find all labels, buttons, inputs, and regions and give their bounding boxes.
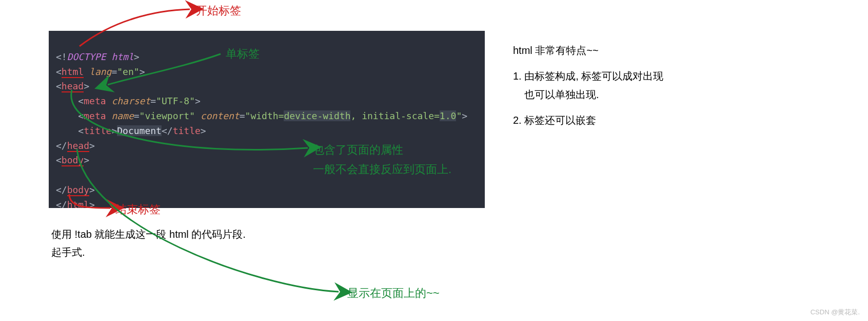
charset-val: UTF-8 — [162, 96, 189, 106]
html-open-tag: html — [62, 66, 84, 78]
html-close-tag: html — [67, 199, 89, 208]
charset-attr: charset — [111, 96, 150, 106]
body-close-tag: body — [67, 184, 89, 196]
content-val-d: 1.0 — [440, 110, 457, 121]
code-block: <!DOCTYPE html> <html lang="en"> <head> … — [49, 31, 485, 208]
body-open-tag: body — [62, 155, 84, 166]
notes-heading: html 非常有特点~~ — [513, 42, 663, 59]
caption-line1: 使用 !tab 就能生成这一段 html 的代码片段. — [51, 228, 246, 241]
caption-line2: 起手式. — [51, 246, 85, 259]
title-text: Document — [117, 125, 162, 136]
name-attr: name — [111, 110, 133, 121]
doctype-kw: DOCTYPE html — [67, 51, 134, 62]
content-val-a: width= — [250, 110, 284, 121]
head-open-tag: head — [62, 81, 84, 92]
content-val-c: , initial-scale= — [350, 110, 439, 121]
lang-val: en — [123, 66, 134, 77]
meta2-tag: meta — [84, 110, 106, 121]
notes-item1a: 1. 由标签构成, 标签可以成对出现 — [513, 68, 663, 84]
head-close-tag: head — [67, 140, 89, 152]
notes-item1b: 也可以单独出现. — [524, 86, 663, 103]
content-attr: content — [201, 110, 240, 121]
meta1-tag: meta — [84, 96, 106, 106]
name-val: viewport — [145, 110, 189, 121]
lang-attr: lang — [89, 66, 111, 77]
watermark: CSDN @黄花菜. — [811, 308, 860, 317]
content-val-b: device-width — [284, 110, 350, 121]
annotation-start-tag: 开始标签 — [196, 3, 241, 18]
notes-item2: 2. 标签还可以嵌套 — [513, 112, 663, 128]
annotation-display: 显示在页面上的~~ — [347, 286, 440, 301]
notes-block: html 非常有特点~~ 1. 由标签构成, 标签可以成对出现 也可以单独出现.… — [513, 42, 663, 138]
title-open-tag: title — [84, 125, 111, 136]
title-close-tag: title — [173, 125, 201, 136]
